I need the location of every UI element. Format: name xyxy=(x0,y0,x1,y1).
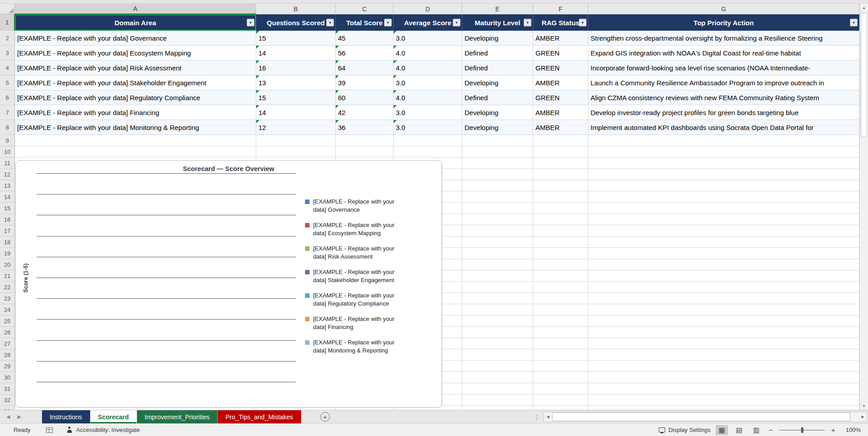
cell-A5[interactable]: [EXAMPLE - Replace with your data] Stake… xyxy=(15,75,256,90)
row-header-16[interactable]: 16 xyxy=(0,214,15,225)
cell-F24[interactable] xyxy=(533,304,588,315)
row-header-26[interactable]: 26 xyxy=(0,327,15,338)
cell-G12[interactable] xyxy=(588,169,859,180)
cell-E7[interactable]: Developing xyxy=(462,105,533,120)
cell-C4[interactable]: 64 xyxy=(336,60,394,75)
column-header-F[interactable]: F xyxy=(533,4,588,14)
row-header-31[interactable]: 31 xyxy=(0,383,15,394)
cell-G20[interactable] xyxy=(588,259,859,270)
cell-C9[interactable] xyxy=(336,135,394,146)
cell-G22[interactable] xyxy=(588,282,859,293)
cell-G7[interactable]: Develop investor-ready project profiles … xyxy=(588,105,859,120)
row-header-1[interactable]: 1 xyxy=(0,14,15,31)
cell-G18[interactable] xyxy=(588,237,859,248)
cell-F27[interactable] xyxy=(533,338,588,349)
sheet-tab-improvement_priorities[interactable]: Improvement_Priorities xyxy=(137,410,218,423)
cell-E4[interactable]: Defined xyxy=(462,60,533,75)
cell-E33[interactable] xyxy=(462,406,533,410)
cell-E20[interactable] xyxy=(462,259,533,270)
row-header-13[interactable]: 13 xyxy=(0,180,15,191)
cell-G5[interactable]: Launch a Community Resilience Ambassador… xyxy=(588,75,859,90)
row-header-29[interactable]: 29 xyxy=(0,361,15,372)
sheet-tab-instructions[interactable]: Instructions xyxy=(42,410,90,423)
cell-G11[interactable] xyxy=(588,158,859,169)
cell-F14[interactable] xyxy=(533,191,588,203)
cell-F18[interactable] xyxy=(533,237,588,248)
header-cell-B1[interactable]: Questions Scored▼ xyxy=(256,14,336,31)
vertical-scroll-track[interactable] xyxy=(860,12,868,402)
column-header-D[interactable]: D xyxy=(394,4,462,14)
row-header-5[interactable]: 5 xyxy=(0,75,15,90)
row-header-22[interactable]: 22 xyxy=(0,282,15,293)
cell-F13[interactable] xyxy=(533,180,588,191)
header-cell-A1[interactable]: Domain Area▼ xyxy=(15,14,256,31)
row-header-9[interactable]: 9 xyxy=(0,135,15,146)
row-header-25[interactable]: 25 xyxy=(0,315,15,327)
row-header-28[interactable]: 28 xyxy=(0,349,15,361)
scorecard-chart[interactable]: Scorecard — Score Overview Score (1-5) [… xyxy=(15,160,442,408)
cell-G28[interactable] xyxy=(588,349,859,361)
row-header-32[interactable]: 32 xyxy=(0,394,15,406)
cell-G23[interactable] xyxy=(588,293,859,304)
cell-G17[interactable] xyxy=(588,225,859,237)
vertical-scroll-thumb[interactable] xyxy=(861,13,867,137)
cell-F25[interactable] xyxy=(533,315,588,327)
cell-G32[interactable] xyxy=(588,394,859,406)
sheet-tab-scorecard[interactable]: Scorecard xyxy=(90,410,137,423)
header-cell-D1[interactable]: Average Score▼ xyxy=(394,14,462,31)
horizontal-scroll-track[interactable] xyxy=(552,412,859,422)
sheet-tab-pro_tips_and_mistakes[interactable]: Pro_Tips_and_Mistakes xyxy=(218,410,301,423)
zoom-in-button[interactable]: + xyxy=(830,426,836,434)
tab-scroll-left-icon[interactable]: ◀ xyxy=(6,414,10,420)
cell-F2[interactable]: AMBER xyxy=(533,31,588,46)
header-cell-E1[interactable]: Maturity Level▼ xyxy=(462,14,533,31)
cell-E23[interactable] xyxy=(462,293,533,304)
row-header-4[interactable]: 4 xyxy=(0,60,15,75)
cell-A2[interactable]: [EXAMPLE - Replace with your data] Gover… xyxy=(15,31,256,46)
cell-F3[interactable]: GREEN xyxy=(533,46,588,60)
cell-E11[interactable] xyxy=(462,158,533,169)
filter-dropdown-icon-C[interactable]: ▼ xyxy=(384,19,392,27)
cell-A8[interactable]: [EXAMPLE - Replace with your data] Monit… xyxy=(15,120,256,135)
scroll-right-icon[interactable]: ▶ xyxy=(859,412,867,422)
select-all-corner[interactable] xyxy=(0,4,15,14)
cell-E26[interactable] xyxy=(462,327,533,338)
zoom-slider-thumb[interactable] xyxy=(801,427,803,433)
page-break-view-icon[interactable]: ▥ xyxy=(751,425,762,435)
cell-F11[interactable] xyxy=(533,158,588,169)
cell-D8[interactable]: 3.0 xyxy=(394,120,462,135)
cell-F31[interactable] xyxy=(533,383,588,394)
cell-B8[interactable]: 12 xyxy=(256,120,336,135)
cell-A6[interactable]: [EXAMPLE - Replace with your data] Regul… xyxy=(15,90,256,105)
cell-D10[interactable] xyxy=(394,146,462,158)
row-header-30[interactable]: 30 xyxy=(0,372,15,383)
cell-B9[interactable] xyxy=(256,135,336,146)
cell-C10[interactable] xyxy=(336,146,394,158)
tab-scroll-right-icon[interactable]: ▶ xyxy=(17,414,21,420)
cell-D7[interactable]: 3.0 xyxy=(394,105,462,120)
cell-E28[interactable] xyxy=(462,349,533,361)
row-header-3[interactable]: 3 xyxy=(0,46,15,60)
zoom-slider[interactable] xyxy=(779,427,825,433)
cell-E18[interactable] xyxy=(462,237,533,248)
cell-F33[interactable] xyxy=(533,406,588,410)
row-header-18[interactable]: 18 xyxy=(0,237,15,248)
column-header-E[interactable]: E xyxy=(462,4,533,14)
filter-dropdown-icon-G[interactable]: ▼ xyxy=(850,19,858,27)
cell-A7[interactable]: [EXAMPLE - Replace with your data] Finan… xyxy=(15,105,256,120)
cell-F28[interactable] xyxy=(533,349,588,361)
cell-B6[interactable]: 15 xyxy=(256,90,336,105)
cell-C5[interactable]: 39 xyxy=(336,75,394,90)
zoom-out-button[interactable]: − xyxy=(768,426,774,434)
header-cell-F1[interactable]: RAG Status▼ xyxy=(533,14,588,31)
cell-G29[interactable] xyxy=(588,361,859,372)
cell-G25[interactable] xyxy=(588,315,859,327)
row-header-33[interactable]: 33 xyxy=(0,406,15,410)
cell-G13[interactable] xyxy=(588,180,859,191)
row-header-15[interactable]: 15 xyxy=(0,203,15,214)
cell-E25[interactable] xyxy=(462,315,533,327)
new-sheet-button[interactable]: + xyxy=(320,412,330,422)
cell-G9[interactable] xyxy=(588,135,859,146)
cell-G16[interactable] xyxy=(588,214,859,225)
cell-E32[interactable] xyxy=(462,394,533,406)
